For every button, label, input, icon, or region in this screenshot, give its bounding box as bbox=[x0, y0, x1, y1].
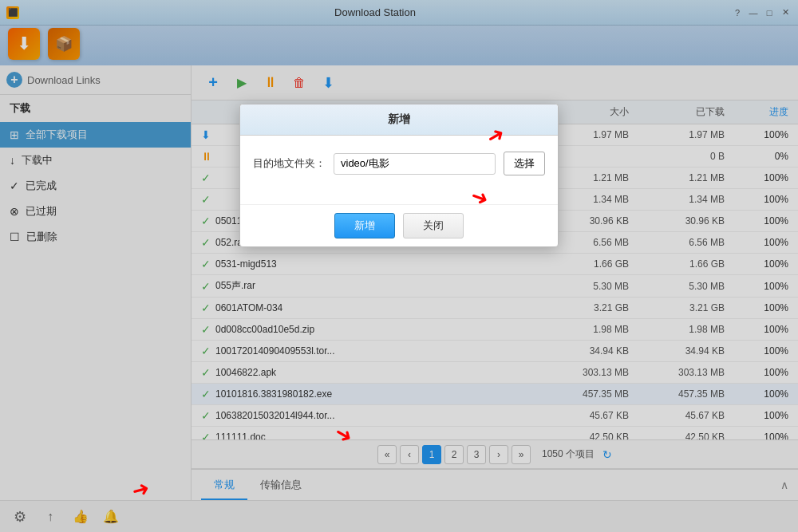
app-logo: ⬇ bbox=[8, 28, 43, 63]
sidebar-label-deleted: 已删除 bbox=[26, 230, 57, 244]
row-check-icon: ✓ bbox=[201, 171, 211, 184]
row-check-icon: ✓ bbox=[201, 258, 211, 270]
tab-transfer[interactable]: 传输信息 bbox=[247, 471, 314, 500]
row-check-icon: ✓ bbox=[201, 280, 211, 293]
sidebar-label-downloading: 下载中 bbox=[22, 153, 53, 167]
page-last-button[interactable]: » bbox=[512, 445, 531, 464]
row-check-icon: ✓ bbox=[201, 323, 211, 336]
titlebar: ⬛ Download Station ? — □ ✕ bbox=[0, 0, 798, 26]
download-button[interactable]: ⬇ bbox=[316, 71, 340, 95]
bottom-panel: 常规 传输信息 ∧ bbox=[192, 468, 798, 500]
help-button[interactable]: ? bbox=[731, 6, 744, 19]
upload-button[interactable]: ↑ bbox=[38, 505, 62, 529]
add-download-button[interactable]: + Download Links bbox=[0, 65, 191, 95]
dialog-confirm-button[interactable]: 新增 bbox=[334, 213, 395, 238]
download-links-input[interactable]: Download Links bbox=[27, 74, 101, 86]
dialog-body: 目的地文件夹： 选择 bbox=[240, 136, 558, 204]
row-check-icon: ✓ bbox=[201, 193, 211, 206]
row-check-icon: ✓ bbox=[201, 301, 211, 314]
close-button[interactable]: ✕ bbox=[779, 6, 792, 19]
like-button[interactable]: 👍 bbox=[69, 505, 93, 529]
header-progress: 进度 bbox=[725, 105, 788, 119]
footer: ⚙ ↑ 👍 🔔 bbox=[0, 500, 798, 532]
app-logo2: 📦 bbox=[48, 28, 83, 63]
start-button[interactable]: ▶ bbox=[230, 71, 254, 95]
dialog-cancel-button[interactable]: 关闭 bbox=[403, 213, 464, 238]
sidebar-item-deleted[interactable]: ☐ 已删除 bbox=[0, 224, 191, 250]
table-row[interactable]: ✓ 111111.doc 42.50 KB 42.50 KB 100% bbox=[192, 427, 798, 439]
sidebar-item-expired[interactable]: ⊗ 已过期 bbox=[0, 199, 191, 224]
page-first-button[interactable]: « bbox=[377, 445, 397, 464]
row-check-icon: ✓ bbox=[201, 236, 211, 249]
page-2-button[interactable]: 2 bbox=[444, 445, 464, 464]
dialog-destination-row: 目的地文件夹： 选择 bbox=[253, 152, 545, 175]
row-status-icon: ⬇ bbox=[201, 128, 211, 141]
sidebar-label-all: 全部下载项目 bbox=[26, 128, 88, 142]
titlebar-left: ⬛ bbox=[6, 6, 19, 19]
table-row[interactable]: ✓ 0531-migd513 1.66 GB 1.66 GB 100% bbox=[192, 254, 798, 275]
row-status-icon: ⏸ bbox=[201, 150, 212, 163]
toolbar: + ▶ ⏸ 🗑 ⬇ bbox=[192, 65, 798, 100]
settings-button[interactable]: ⚙ bbox=[8, 505, 32, 529]
downloading-icon: ↓ bbox=[10, 154, 15, 167]
dialog-choose-button[interactable]: 选择 bbox=[504, 152, 545, 175]
pagination: « ‹ 1 2 3 › » 1050 个项目 ↻ bbox=[192, 439, 798, 468]
page-total: 1050 个项目 bbox=[542, 447, 595, 461]
expand-button[interactable]: ∧ bbox=[780, 479, 788, 491]
appbar: ⬇ 📦 bbox=[0, 26, 798, 65]
sidebar-item-all[interactable]: ⊞ 全部下载项目 bbox=[0, 122, 191, 148]
refresh-button[interactable]: ↻ bbox=[602, 448, 612, 461]
table-row[interactable]: ✓ 106382015032014l944.tor... 45.67 KB 45… bbox=[192, 405, 798, 427]
dialog-destination-label: 目的地文件夹： bbox=[253, 156, 326, 171]
pause-button[interactable]: ⏸ bbox=[259, 71, 282, 95]
table-row[interactable]: ✓ 10046822.apk 303.13 MB 303.13 MB 100% bbox=[192, 362, 798, 384]
tab-general[interactable]: 常规 bbox=[201, 471, 247, 500]
sidebar: + Download Links 下载 ⊞ 全部下载项目 ↓ 下载中 ✓ 已完成… bbox=[0, 65, 192, 500]
dialog-title: 新增 bbox=[240, 104, 558, 136]
notification-button[interactable]: 🔔 bbox=[99, 505, 123, 529]
expired-icon: ⊗ bbox=[10, 205, 19, 218]
page-prev-button[interactable]: ‹ bbox=[400, 445, 419, 464]
row-check-icon: ✓ bbox=[201, 431, 211, 439]
dialog-footer: 新增 关闭 bbox=[240, 204, 558, 246]
maximize-button[interactable]: □ bbox=[763, 6, 776, 19]
add-button[interactable]: + bbox=[201, 71, 225, 95]
page-1-button[interactable]: 1 bbox=[422, 445, 441, 464]
add-icon: + bbox=[6, 72, 22, 88]
sidebar-label-expired: 已过期 bbox=[26, 204, 57, 219]
sidebar-item-downloading[interactable]: ↓ 下载中 bbox=[0, 148, 191, 173]
table-row[interactable]: ✓ 0d008cc00ad10e5d.zip 1.98 MB 1.98 MB 1… bbox=[192, 319, 798, 341]
page-3-button[interactable]: 3 bbox=[467, 445, 486, 464]
sidebar-label-completed: 已完成 bbox=[26, 179, 57, 193]
row-check-icon: ✓ bbox=[201, 215, 211, 227]
row-check-icon: ✓ bbox=[201, 409, 211, 422]
row-check-icon: ✓ bbox=[201, 345, 211, 357]
app-small-icon: ⬛ bbox=[6, 6, 19, 19]
row-check-icon: ✓ bbox=[201, 388, 211, 400]
dialog-destination-input[interactable] bbox=[334, 153, 496, 175]
header-size: 大小 bbox=[549, 105, 629, 119]
table-row[interactable]: ✓ 0601ATOM-034 3.21 GB 3.21 GB 100% bbox=[192, 298, 798, 319]
window-title: Download Station bbox=[19, 6, 731, 18]
delete-button[interactable]: 🗑 bbox=[287, 71, 311, 95]
table-row[interactable]: ✓ 10101816.3831980182.exe 457.35 MB 457.… bbox=[192, 384, 798, 405]
row-check-icon: ✓ bbox=[201, 366, 211, 379]
sidebar-item-completed[interactable]: ✓ 已完成 bbox=[0, 173, 191, 199]
completed-icon: ✓ bbox=[10, 179, 19, 192]
header-downloaded: 已下载 bbox=[629, 105, 725, 119]
table-row[interactable]: ✓ 100172014090409553l.tor... 34.94 KB 34… bbox=[192, 341, 798, 362]
all-icon: ⊞ bbox=[10, 128, 19, 141]
page-next-button[interactable]: › bbox=[489, 445, 508, 464]
table-row[interactable]: ✓ 055声.rar 5.30 MB 5.30 MB 100% bbox=[192, 275, 798, 298]
titlebar-controls[interactable]: ? — □ ✕ bbox=[731, 6, 792, 19]
new-download-dialog: 新增 目的地文件夹： 选择 新增 关闭 bbox=[239, 104, 559, 247]
minimize-button[interactable]: — bbox=[747, 6, 760, 19]
sidebar-section-title: 下载 bbox=[0, 95, 191, 122]
deleted-icon: ☐ bbox=[10, 231, 20, 243]
